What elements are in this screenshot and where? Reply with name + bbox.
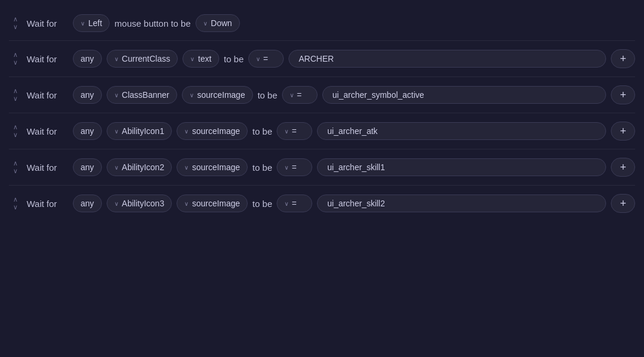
wait-for-label: Wait for [27,162,68,173]
row-1: ∧∨Wait for∨Leftmouse button to be∨Down [9,6,635,41]
element-select[interactable]: ∨CurrentClass [107,50,178,68]
value-input[interactable] [317,195,606,212]
move-down-button[interactable]: ∨ [11,95,20,103]
row-reorder-arrows: ∧∨ [9,87,22,103]
property-select[interactable]: ∨sourceImage [177,195,248,212]
row-reorder-arrows: ∧∨ [9,51,22,66]
any-value: any [81,90,94,100]
element-select[interactable]: ∨AbilityIcon1 [107,122,172,140]
operator-select[interactable]: ∨= [282,86,318,104]
move-up-button[interactable]: ∧ [11,15,20,23]
move-down-button[interactable]: ∨ [11,23,20,31]
any-select[interactable]: any [73,122,102,140]
mouse-button-side-select[interactable]: ∨Left [73,14,110,32]
operator-value: = [291,126,296,136]
any-select[interactable]: any [73,158,102,176]
any-select[interactable]: any [73,50,102,68]
chevron-icon: ∨ [184,164,188,171]
select-value: ClassBanner [122,90,169,100]
move-down-button[interactable]: ∨ [11,167,20,175]
row-4: ∧∨Wait forany∨AbilityIcon1∨sourceImageto… [9,113,635,149]
chevron-icon: ∨ [114,56,118,62]
add-condition-button[interactable]: + [611,122,635,141]
select-value: sourceImage [192,199,240,208]
add-condition-button[interactable]: + [611,49,635,68]
select-value: sourceImage [192,162,240,172]
operator-value: = [291,199,296,208]
element-select[interactable]: ∨ClassBanner [107,86,177,104]
chevron-icon: ∨ [184,200,188,207]
select-value: Left [88,18,102,28]
chevron-icon: ∨ [290,92,294,98]
chevron-icon: ∨ [203,20,207,27]
value-input[interactable] [322,86,606,104]
any-value: any [81,54,94,63]
move-up-button[interactable]: ∧ [11,160,20,167]
to-be-text: to be [252,126,272,136]
any-value: any [81,162,94,172]
to-be-text: to be [252,162,272,173]
row-reorder-arrows: ∧∨ [9,123,22,139]
operator-select[interactable]: ∨= [248,50,284,68]
add-condition-button[interactable]: + [611,158,635,177]
property-select[interactable]: ∨text [182,50,219,68]
wait-for-label: Wait for [27,54,68,64]
wait-for-label: Wait for [27,199,68,209]
value-input[interactable] [289,50,606,68]
chevron-icon: ∨ [190,92,194,98]
chevron-icon: ∨ [114,92,118,98]
wait-for-label: Wait for [27,126,68,136]
element-select[interactable]: ∨AbilityIcon3 [107,195,172,212]
chevron-icon: ∨ [284,164,289,171]
chevron-icon: ∨ [114,128,118,135]
move-up-button[interactable]: ∧ [11,51,20,59]
select-value: AbilityIcon2 [122,162,165,172]
to-be-text: to be [258,90,277,100]
row-reorder-arrows: ∧∨ [9,196,22,211]
chevron-icon: ∨ [114,164,118,171]
row-3: ∧∨Wait forany∨ClassBanner∨sourceImageto … [9,77,635,113]
any-value: any [81,199,94,208]
move-up-button[interactable]: ∧ [11,196,20,203]
any-value: any [81,126,94,136]
add-condition-button[interactable]: + [611,85,635,104]
select-value: text [198,54,212,63]
mouse-button-to-be-text: mouse button to be [114,18,190,28]
to-be-text: to be [224,54,243,64]
mouse-state-select[interactable]: ∨Down [196,14,240,32]
move-up-button[interactable]: ∧ [11,87,20,95]
property-select[interactable]: ∨sourceImage [177,122,248,140]
row-6: ∧∨Wait forany∨AbilityIcon3∨sourceImageto… [9,186,635,221]
property-select[interactable]: ∨sourceImage [177,158,248,176]
element-select[interactable]: ∨AbilityIcon2 [107,158,172,176]
move-down-button[interactable]: ∨ [11,203,20,211]
move-down-button[interactable]: ∨ [11,59,20,66]
property-select[interactable]: ∨sourceImage [182,86,253,104]
operator-select[interactable]: ∨= [277,158,312,176]
chevron-icon: ∨ [190,56,194,62]
select-value: sourceImage [192,126,240,136]
select-value: Down [211,18,232,28]
row-reorder-arrows: ∧∨ [9,15,22,31]
row-2: ∧∨Wait forany∨CurrentClass∨textto be∨=+ [9,41,635,77]
row-5: ∧∨Wait forany∨AbilityIcon2∨sourceImageto… [9,149,635,186]
operator-value: = [297,90,302,100]
chevron-icon: ∨ [81,20,85,27]
move-down-button[interactable]: ∨ [11,131,20,139]
wait-for-label: Wait for [27,18,68,28]
chevron-icon: ∨ [114,200,118,207]
any-select[interactable]: any [73,86,102,104]
chevron-icon: ∨ [284,200,289,207]
to-be-text: to be [252,199,272,209]
value-input[interactable] [317,122,606,140]
operator-select[interactable]: ∨= [277,122,312,140]
operator-value: = [263,54,268,63]
value-input[interactable] [317,158,606,176]
select-value: AbilityIcon3 [122,199,165,208]
add-condition-button[interactable]: + [611,194,635,213]
any-select[interactable]: any [73,195,102,212]
select-value: AbilityIcon1 [122,126,165,136]
move-up-button[interactable]: ∧ [11,123,20,131]
operator-select[interactable]: ∨= [277,195,312,212]
select-value: sourceImage [197,90,245,100]
